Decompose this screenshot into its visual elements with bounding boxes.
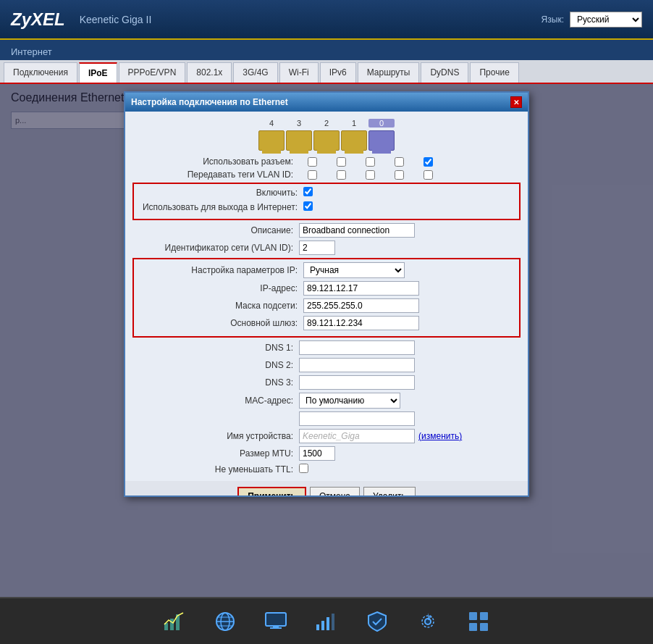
taskbar-globe-icon[interactable] [211,607,240,636]
tab-bar: Подключения IPoE PPPoE/VPN 802.1x 3G/4G … [0,60,653,84]
vlan-tag-row: Передавать теги VLAN ID: [132,170,521,180]
dns3-input[interactable] [299,375,415,390]
taskbar-grid-icon[interactable] [464,607,493,636]
taskbar-chart-icon[interactable] [160,607,189,636]
ttl-control [299,464,521,475]
dns2-control [299,358,521,372]
taskbar-monitor-icon[interactable] [261,607,290,636]
ip-settings-label: Настройка параметров IP: [137,265,303,275]
port-num-0: 0 [368,119,395,127]
main-content: Соединения Ethernet р... Настройка подкл… [0,84,653,597]
gateway-control [303,316,516,330]
ip-address-row: IP-адрес: [137,281,516,296]
lang-label: Язык: [542,14,564,25]
nav-bar: Интернет [0,40,653,60]
tab-wifi[interactable]: Wi-Fi [279,62,319,83]
tab-ipv6[interactable]: IPv6 [320,62,356,83]
dialog-close-button[interactable]: ✕ [510,96,522,108]
svg-rect-18 [480,612,488,620]
cancel-button[interactable]: Отмена [310,487,360,497]
internet-label: Использовать для выхода в Интернет: [137,202,303,212]
taskbar-shield-icon[interactable] [363,607,392,636]
taskbar-gear-icon[interactable] [413,607,442,636]
ip-settings-select[interactable]: Ручная Автоматически PPPoE [303,262,405,278]
header-left: ZyXEL Keenetic Giga II [11,9,151,30]
svg-rect-17 [469,612,477,620]
mtu-input[interactable] [299,446,335,461]
port-3-connector[interactable] [286,130,312,151]
ip-address-input[interactable] [303,281,419,296]
device-name-change-link[interactable]: (изменить) [418,431,462,441]
model-name: Keenetic Giga II [80,14,152,25]
device-name-label: Имя устройства: [132,431,299,441]
svg-rect-1 [170,619,174,630]
port-1-connector[interactable] [341,130,367,151]
connector-check-3[interactable] [337,157,346,167]
svg-rect-11 [316,624,319,630]
nav-section: Интернет [11,43,642,60]
connector-check-1[interactable] [395,157,404,167]
port-num-4: 4 [258,119,285,127]
lang-select[interactable]: Русский English [570,12,642,28]
dialog-body: 4 3 2 1 0 [125,112,528,481]
vlan-check-4[interactable] [308,170,317,180]
apply-button[interactable]: Применить [237,487,306,497]
device-name-control: (изменить) [299,429,521,443]
mac-address-select[interactable]: По умолчанию Задать вручную Клонировать [299,393,400,409]
use-connector-label: Использовать разъем: [132,156,299,167]
mac-extra-input[interactable] [299,411,415,426]
gateway-label: Основной шлюз: [137,318,303,328]
taskbar-signal-icon[interactable] [312,607,341,636]
vlan-id-label: Идентификатор сети (VLAN ID): [132,243,299,253]
ip-settings-control: Ручная Автоматически PPPoE [303,262,516,278]
dns2-input[interactable] [299,358,415,372]
tab-8021x[interactable]: 802.1x [187,62,232,83]
mac-extra-control [299,411,521,426]
mtu-row: Размер MTU: [132,446,521,461]
vlan-check-0[interactable] [424,170,433,180]
svg-rect-19 [469,623,477,631]
mac-address-label: МАС-адрес: [132,396,299,406]
internet-checkbox[interactable] [303,201,313,211]
ttl-checkbox[interactable] [299,464,308,473]
tab-pppoe[interactable]: PPPoE/VPN [119,62,186,83]
dns1-label: DNS 1: [132,343,299,353]
tab-routes[interactable]: Маршруты [358,62,420,83]
description-label: Описание: [132,225,299,235]
use-connector-checkboxes [299,157,441,167]
vlan-check-2[interactable] [366,170,375,180]
description-input[interactable] [299,223,415,238]
connector-check-0[interactable] [424,157,433,167]
ip-settings-row: Настройка параметров IP: Ручная Автомати… [137,262,516,278]
svg-rect-10 [273,626,279,628]
tab-other[interactable]: Прочие [470,62,518,83]
dns1-input[interactable] [299,340,415,355]
port-2-connector[interactable] [313,130,340,151]
vlan-id-input[interactable] [299,241,335,255]
delete-button[interactable]: Удалить [363,487,416,497]
device-name-input[interactable] [299,429,415,443]
vlan-check-3-cell [328,170,354,180]
dialog-buttons: Применить Отмена Удалить [125,481,528,497]
tab-connections[interactable]: Подключения [4,62,77,83]
connector-check-2[interactable] [366,157,375,167]
enable-checkbox[interactable] [303,187,313,196]
connector-check-2-cell [357,157,383,167]
dns1-row: DNS 1: [132,340,521,355]
tab-3g4g[interactable]: 3G/4G [233,62,277,83]
dialog: Настройка подключения по Ethernet ✕ 4 3 … [124,91,529,497]
svg-rect-8 [266,613,286,626]
mac-address-control: По умолчанию Задать вручную Клонировать [299,393,521,409]
port-0-connector[interactable] [368,130,395,151]
connector-check-0-cell [415,157,441,167]
subnet-mask-input[interactable] [303,298,419,313]
tab-ipoe[interactable]: IPoE [79,62,117,83]
tab-dydns[interactable]: DyDNS [421,62,468,83]
gateway-input[interactable] [303,316,419,330]
port-4-connector[interactable] [258,130,285,151]
internet-control [303,201,516,213]
connector-check-4[interactable] [308,157,317,167]
connector-check-1-cell [386,157,412,167]
vlan-check-3[interactable] [337,170,346,180]
vlan-check-1[interactable] [395,170,404,180]
